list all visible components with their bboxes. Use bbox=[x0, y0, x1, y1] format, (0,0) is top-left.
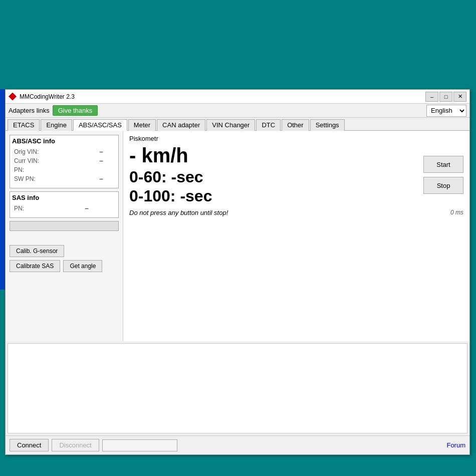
right-panel: Piskometr - km/h 0-60: -sec 0-100: -sec … bbox=[123, 131, 469, 341]
disconnect-button: Disconnect bbox=[52, 439, 99, 451]
tab-other[interactable]: Other bbox=[282, 119, 309, 131]
give-thanks-button[interactable]: Give thanks bbox=[53, 105, 98, 116]
orig-vin-label: Orig VIN: bbox=[13, 148, 98, 156]
log-panel bbox=[8, 343, 467, 433]
sas-info-title: SAS info bbox=[12, 194, 116, 201]
tab-bar: ETACS Engine ABS/ASC/SAS Meter CAN adapt… bbox=[6, 118, 469, 131]
tab-meter[interactable]: Meter bbox=[128, 119, 156, 131]
app-icon bbox=[9, 93, 17, 101]
tab-dtc[interactable]: DTC bbox=[256, 119, 281, 131]
stop-button[interactable]: Stop bbox=[423, 177, 463, 194]
orig-vin-value: – bbox=[99, 148, 115, 156]
warning-text: Do not press any button until stop! bbox=[129, 209, 228, 216]
language-select[interactable]: English Russian German bbox=[426, 105, 466, 117]
progress-bar bbox=[10, 221, 119, 231]
abs-info-title: ABS/ASC info bbox=[12, 137, 116, 145]
close-button[interactable]: ✕ bbox=[453, 92, 466, 102]
calibrate-sas-button[interactable]: Calibrate SAS bbox=[10, 260, 60, 272]
piskometr-title: Piskometr bbox=[129, 135, 463, 142]
speed-display: - km/h bbox=[129, 144, 413, 166]
tab-abs-asc-sas[interactable]: ABS/ASC/SAS bbox=[73, 119, 127, 131]
sas-pn-label: PN: bbox=[13, 204, 83, 212]
left-panel: ABS/ASC info Orig VIN: – Curr VIN: – PN: bbox=[6, 131, 123, 341]
forum-link[interactable]: Forum bbox=[446, 441, 465, 449]
tab-engine[interactable]: Engine bbox=[41, 119, 72, 131]
start-button[interactable]: Start bbox=[423, 156, 463, 173]
curr-vin-label: Curr VIN: bbox=[13, 157, 98, 165]
accel-060-display: 0-60: -sec bbox=[129, 167, 413, 186]
connect-button[interactable]: Connect bbox=[10, 439, 49, 451]
minimize-button[interactable]: – bbox=[425, 92, 438, 102]
tab-settings[interactable]: Settings bbox=[310, 119, 345, 131]
timer-display: 0 ms bbox=[450, 209, 463, 216]
window-title: MMCodingWriter 2.3 bbox=[20, 93, 75, 100]
tab-can-adapter[interactable]: CAN adapter bbox=[157, 119, 205, 131]
pn-label: PN: bbox=[13, 166, 98, 174]
get-angle-button[interactable]: Get angle bbox=[63, 260, 102, 272]
tab-vin-changer[interactable]: VIN Changer bbox=[206, 119, 255, 131]
sas-pn-value: – bbox=[84, 204, 115, 212]
pn-value bbox=[99, 166, 115, 174]
sas-info-table: PN: – bbox=[12, 203, 116, 213]
calib-g-sensor-button[interactable]: Calib. G-sensor bbox=[10, 245, 64, 257]
sw-pn-label: SW PN: bbox=[13, 175, 98, 183]
curr-vin-value: – bbox=[99, 157, 115, 165]
accel-0100-display: 0-100: -sec bbox=[129, 186, 413, 205]
maximize-button[interactable]: □ bbox=[439, 92, 452, 102]
adapters-links-menu[interactable]: Adapters links bbox=[9, 107, 50, 114]
abs-info-table: Orig VIN: – Curr VIN: – PN: SW PN: – bbox=[12, 147, 116, 184]
sw-pn-value: – bbox=[99, 175, 115, 183]
start-stop-controls: Start Stop bbox=[423, 156, 463, 194]
tab-etacs[interactable]: ETACS bbox=[8, 119, 40, 131]
status-input[interactable] bbox=[102, 439, 177, 451]
